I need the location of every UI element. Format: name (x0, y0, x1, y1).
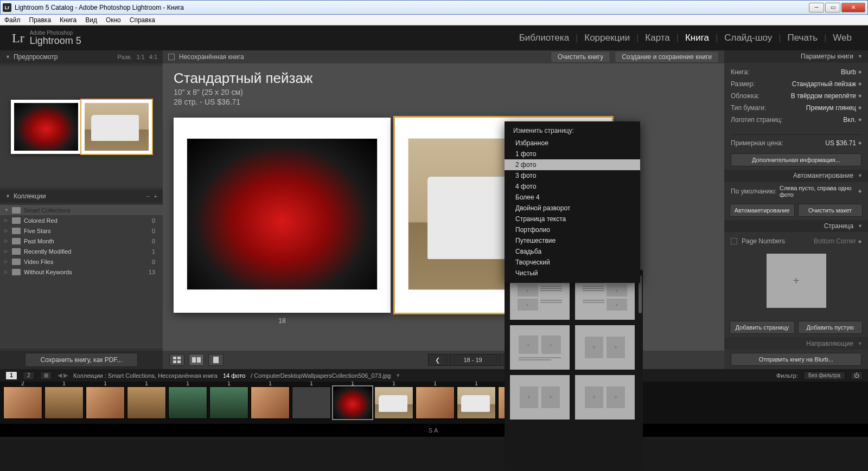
setting-value[interactable]: Стандартный пейзаж (792, 80, 856, 88)
menu-edit[interactable]: Правка (29, 16, 52, 24)
filmstrip-thumb[interactable]: 1 (457, 386, 496, 419)
filmstrip-path[interactable]: Коллекции : Smart Collections, Несохранё… (73, 372, 218, 379)
save-pdf-button[interactable]: Сохранить книгу, как PDF... (25, 353, 138, 367)
menu-file[interactable]: Файл (4, 16, 21, 24)
preview-fit[interactable]: Разв. (117, 54, 132, 60)
page-numbers-value[interactable]: Bottom Corner (814, 237, 856, 245)
module-map[interactable]: Карта (641, 30, 674, 46)
book-settings-header[interactable]: Параметры книги ▼ (724, 50, 868, 63)
preview-panel-header[interactable]: ▼ Предпросмотр Разв. 1:1 4:1 (0, 50, 163, 63)
context-menu-item[interactable]: Творческий (505, 257, 640, 268)
module-book[interactable]: Книга (681, 30, 713, 46)
layout-template[interactable]: ++ (510, 325, 570, 370)
context-menu-item[interactable]: Двойной разворот (505, 203, 640, 214)
module-develop[interactable]: Коррекции (580, 30, 634, 46)
context-menu-item[interactable]: Более 4 (505, 192, 640, 203)
collection-item[interactable]: ▷Without Keywords13 (0, 267, 163, 277)
setting-value[interactable]: Blurb (841, 68, 856, 76)
filmstrip-thumb[interactable]: 1 (333, 386, 372, 419)
guides-header[interactable]: Направляющие ▼ (724, 337, 868, 350)
filter-dropdown[interactable]: Без фильтра (803, 371, 845, 380)
filmstrip-thumb[interactable]: 1 (292, 386, 331, 419)
menu-help[interactable]: Справка (130, 16, 155, 24)
page-layout-preview[interactable]: + (767, 254, 826, 308)
collection-item[interactable]: ▷Five Stars0 (0, 225, 163, 236)
book-price: 28 стр. - US $36.71 (174, 98, 713, 106)
spread-view-button[interactable] (189, 354, 204, 366)
collection-item[interactable]: ▷Past Month0 (0, 236, 163, 246)
collection-remove-icon[interactable]: − (146, 193, 149, 199)
setting-value[interactable]: В твёрдом переплёте (791, 92, 856, 100)
collection-group[interactable]: ▼ Smart Collections (0, 205, 163, 215)
thumb-badge: 2 (21, 382, 24, 386)
preset-value[interactable]: Слева пусто, справа одно фото (780, 185, 856, 198)
filmstrip-thumb[interactable]: 1 (168, 386, 207, 419)
filmstrip-thumb[interactable]: 1 (251, 386, 290, 419)
context-menu-item[interactable]: Избранное (505, 138, 640, 149)
context-menu-item[interactable]: 3 фото (505, 170, 640, 181)
menu-book[interactable]: Книга (60, 16, 76, 24)
collection-item[interactable]: ▷Recently Modified1 (0, 246, 163, 256)
source-2-button[interactable]: 2 (23, 371, 35, 380)
filmstrip-thumb[interactable]: 1 (127, 386, 166, 419)
collection-item[interactable]: ▷Colored Red0 (0, 215, 163, 225)
context-menu-item[interactable]: Страница текста (505, 214, 640, 224)
filmstrip-thumb[interactable]: 1 (374, 386, 413, 419)
preview-1-1[interactable]: 1:1 (136, 54, 144, 60)
collections-panel-header[interactable]: ▼ Коллекции − + (0, 190, 163, 203)
create-save-book-button[interactable]: Создание и сохранение книги (615, 51, 719, 63)
multi-page-view-button[interactable] (169, 354, 184, 366)
menu-window[interactable]: Окно (106, 16, 121, 24)
layout-template[interactable]: ++ (575, 375, 635, 420)
module-web[interactable]: Web (828, 30, 856, 46)
preview-4-1[interactable]: 4:1 (149, 54, 157, 60)
single-page-view-button[interactable] (208, 354, 224, 366)
preview-spread[interactable] (11, 100, 152, 154)
context-menu-item[interactable]: Портфолио (505, 224, 640, 235)
setting-value[interactable]: Вкл. (843, 116, 856, 124)
filmstrip-thumb[interactable]: 1 (209, 386, 248, 419)
book-page-left[interactable]: 18 (174, 118, 391, 313)
auto-layout-button[interactable]: Автомакетирование (730, 204, 795, 217)
add-blank-button[interactable]: Добавить пустую (798, 321, 863, 334)
page-numbers-checkbox[interactable] (731, 238, 737, 244)
context-menu-item[interactable]: 2 фото (505, 159, 640, 170)
filter-toggle[interactable]: ⏻ (851, 371, 863, 380)
context-menu-item[interactable]: 1 фото (505, 149, 640, 159)
context-menu-item[interactable]: Свадьба (505, 246, 640, 257)
collection-add-icon[interactable]: + (154, 193, 157, 199)
page-panel-header[interactable]: Страница ▼ (724, 220, 868, 233)
add-page-button[interactable]: Добавить страницу (730, 321, 795, 334)
menu-view[interactable]: Вид (85, 16, 97, 24)
module-slideshow[interactable]: Слайд-шоу (720, 30, 776, 46)
filmstrip-thumb[interactable]: 1 (86, 386, 125, 419)
context-menu-item[interactable]: 4 фото (505, 181, 640, 192)
filmstrip[interactable]: 2111111111111 (0, 382, 868, 424)
context-menu-item[interactable]: Путешествие (505, 235, 640, 246)
chevron-right-icon: ▷ (4, 259, 12, 264)
auto-layout-header[interactable]: Автомакетирование ▼ (724, 170, 868, 182)
filmstrip-thumb[interactable]: 2 (3, 386, 42, 419)
layout-template[interactable]: ++ (510, 375, 570, 420)
module-library[interactable]: Библиотека (515, 30, 573, 46)
module-print[interactable]: Печать (783, 30, 822, 46)
send-to-blurb-button[interactable]: Отправить книгу на Blurb... (731, 353, 861, 366)
thumb-image (169, 387, 207, 418)
source-1-button[interactable]: 1 (5, 371, 17, 380)
minimize-button[interactable]: ─ (809, 3, 824, 12)
setting-value[interactable]: Премиум глянец (806, 104, 856, 112)
chevron-right-icon: ▷ (4, 269, 12, 274)
page-number: 18 (278, 317, 285, 325)
grid-icon[interactable]: ⊞ (40, 371, 52, 380)
more-info-button[interactable]: Дополнительная информация... (731, 153, 861, 166)
context-menu-item[interactable]: Чистый (505, 268, 640, 279)
prev-page-button[interactable]: ❮ (428, 354, 448, 366)
clear-layout-button[interactable]: Очистить макет (798, 204, 863, 217)
close-button[interactable]: ✕ (841, 3, 865, 12)
layout-template[interactable]: ++ (575, 325, 635, 370)
filmstrip-thumb[interactable]: 1 (44, 386, 84, 419)
clear-book-button[interactable]: Очистить книгу (551, 51, 611, 63)
maximize-button[interactable]: ▭ (825, 3, 840, 12)
collection-item[interactable]: ▷Video Files0 (0, 256, 163, 267)
filmstrip-thumb[interactable]: 1 (416, 386, 455, 419)
